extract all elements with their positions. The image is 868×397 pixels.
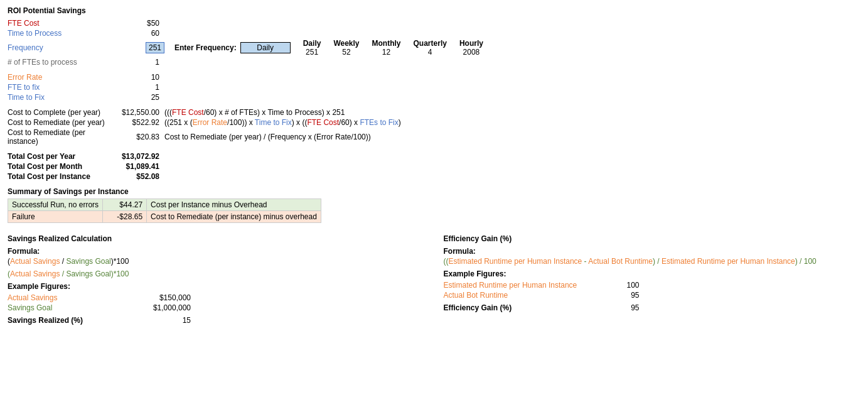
enter-frequency-input[interactable]: Daily (240, 42, 291, 53)
cost-complete-value: $12,550.00 (108, 108, 164, 117)
actual-savings-value: $150,000 (133, 293, 196, 302)
frequency-table: Daily 251 Weekly 52 Monthly 12 Quarterly… (303, 39, 483, 57)
cost-complete-label: Cost to Complete (per year) (8, 108, 108, 117)
summary-row1-value: $44.27 (103, 199, 147, 211)
time-to-fix-label: Time to Fix (8, 93, 108, 102)
fte-cost-label: FTE Cost (8, 19, 108, 28)
freq-value-weekly: 52 (333, 48, 359, 57)
freq-value-hourly: 2008 (459, 48, 483, 57)
time-to-process-value: 60 (108, 29, 164, 38)
num-ftes-label: # of FTEs to process (8, 58, 108, 67)
cost-remediate-instance-formula: Cost to Remediate (per year) / (Frequenc… (164, 133, 860, 141)
savings-realized-label: Savings Realized (%) (8, 316, 133, 325)
savings-formula-full: (Actual Savings / Savings Goal)*100 (8, 269, 425, 278)
page-title: ROI Potential Savings (8, 6, 860, 15)
freq-header-quarterly: Quarterly (414, 39, 447, 48)
time-to-process-label: Time to Process (8, 29, 108, 38)
num-ftes-value: 1 (108, 58, 164, 67)
actual-bot-label: Actual Bot Runtime (444, 291, 607, 300)
cost-complete-formula: (((FTE Cost/60) x # of FTEs) x Time to P… (164, 108, 860, 117)
efficiency-example-label: Example Figures: (444, 269, 861, 278)
freq-value-daily: 251 (303, 48, 321, 57)
freq-value-monthly: 12 (372, 48, 401, 57)
cost-remediate-value: $522.92 (108, 118, 164, 127)
freq-header-weekly: Weekly (333, 39, 359, 48)
efficiency-gain-value: 95 (607, 303, 645, 312)
freq-header-monthly: Monthly (372, 39, 401, 48)
savings-realized-value: 15 (133, 316, 196, 325)
fte-to-fix-value: 1 (108, 83, 164, 92)
example-figures-label: Example Figures: (8, 282, 425, 291)
savings-calc-title: Savings Realized Calculation (8, 234, 425, 243)
error-rate-value: 10 (108, 73, 164, 82)
est-runtime-label: Estimated Runtime per Human Instance (444, 281, 607, 290)
formula-label: Formula: (8, 247, 425, 256)
freq-value-quarterly: 4 (414, 48, 447, 57)
frequency-value[interactable]: 251 (146, 42, 164, 53)
summary-row2-desc: Cost to Remediate (per instance) minus o… (147, 211, 321, 223)
summary-row2-label: Failure (8, 211, 103, 223)
summary-title: Summary of Savings per Instance (8, 187, 860, 196)
cost-remediate-formula: ((251 x (Error Rate/100)) x Time to Fix)… (164, 118, 860, 127)
summary-row1-label: Successful Run, no errors (8, 199, 103, 211)
total-cost-month-label: Total Cost per Month (8, 162, 108, 171)
total-cost-year-value: $13,072.92 (108, 152, 164, 161)
efficiency-gain-section: Efficiency Gain (%) Formula: ((Estimated… (425, 229, 861, 326)
est-runtime-value: 100 (607, 281, 645, 290)
cost-remediate-instance-label: Cost to Remediate (per instance) (8, 128, 108, 146)
roi-panel: ROI Potential Savings FTE Cost $50 Time … (8, 6, 860, 326)
total-cost-instance-label: Total Cost per Instance (8, 172, 108, 181)
total-cost-instance-value: $52.08 (108, 172, 164, 181)
actual-savings-label: Actual Savings (8, 293, 133, 302)
freq-header-hourly: Hourly (459, 39, 483, 48)
frequency-label: Frequency (8, 43, 108, 52)
fte-to-fix-label: FTE to fix (8, 83, 108, 92)
efficiency-formula-label: Formula: (444, 247, 861, 256)
summary-row2-value: -$28.65 (103, 211, 147, 223)
efficiency-gain-title: Efficiency Gain (%) (444, 234, 861, 243)
cost-remediate-instance-value: $20.83 (108, 133, 164, 141)
savings-goal-value: $1,000,000 (133, 303, 196, 312)
savings-goal-label: Savings Goal (8, 303, 133, 312)
time-to-fix-value: 25 (108, 93, 164, 102)
efficiency-gain-result-label: Efficiency Gain (%) (444, 303, 607, 312)
savings-formula: (Actual Savings / Savings Goal)*100 (8, 257, 425, 266)
efficiency-formula: ((Estimated Runtime per Human Instance -… (444, 257, 861, 266)
cost-remediate-label: Cost to Remediate (per year) (8, 118, 108, 127)
fte-cost-value: $50 (108, 19, 164, 28)
summary-table: Successful Run, no errors $44.27 Cost pe… (8, 198, 321, 223)
savings-realized-section: Savings Realized Calculation Formula: (A… (8, 229, 425, 326)
total-cost-month-value: $1,089.41 (108, 162, 164, 171)
total-cost-year-label: Total Cost per Year (8, 152, 108, 161)
error-rate-label: Error Rate (8, 73, 108, 82)
summary-row1-desc: Cost per Instance minus Overhead (147, 199, 321, 211)
actual-bot-value: 95 (607, 291, 645, 300)
freq-header-daily: Daily (303, 39, 321, 48)
enter-frequency-label: Enter Frequency: (174, 43, 237, 52)
